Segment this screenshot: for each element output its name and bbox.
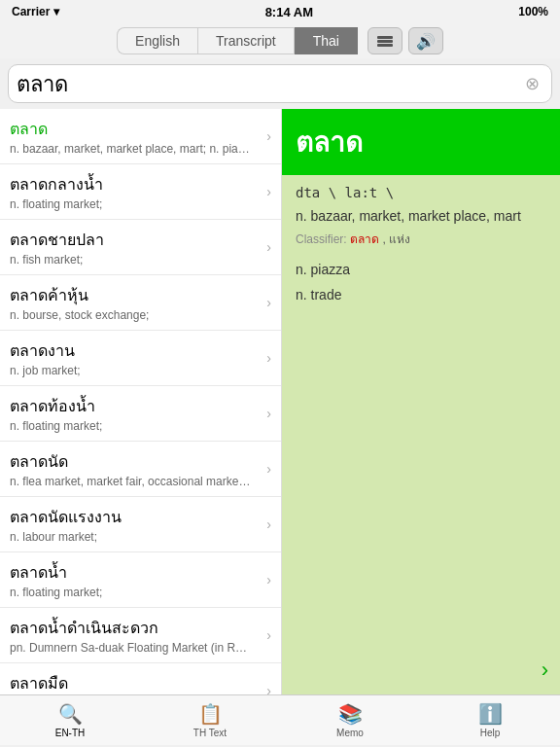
clear-search-button[interactable]: ⊗: [521, 69, 543, 98]
status-left: Carrier ▾: [12, 5, 59, 18]
detail-title: ตลาด: [282, 109, 560, 175]
speaker-icon: 🔊: [416, 32, 436, 51]
main-definition: n. bazaar, market, market place, mart: [296, 208, 546, 224]
main-content: ตลาดn. bazaar, market, market place, mar…: [0, 109, 560, 694]
chevron-right-icon: ›: [266, 295, 271, 310]
help-label: Help: [480, 728, 501, 738]
list-item[interactable]: ตลาดกลางน้ำn. floating market;›: [0, 164, 281, 220]
chevron-right-icon: ›: [266, 461, 271, 477]
classifier-extra: , แห่ง: [382, 232, 410, 246]
tab-english[interactable]: English: [117, 27, 197, 54]
classifier-label: Classifier:: [296, 232, 347, 246]
nav-item-th-text[interactable]: 📋TH Text: [140, 695, 280, 745]
status-right: 100%: [518, 5, 548, 18]
item-subtitle: n. floating market;: [10, 197, 253, 211]
item-title: ตลาดกลางน้ำ: [10, 172, 262, 196]
chevron-right-icon: ›: [266, 406, 271, 421]
item-title: ตลาด: [10, 117, 262, 141]
th-text-label: TH Text: [193, 728, 227, 738]
list-item[interactable]: ตลาดn. bazaar, market, market place, mar…: [0, 109, 281, 164]
item-title: ตลาดงาน: [10, 338, 262, 363]
list-item[interactable]: ตลาดท้องน้ำn. floating market;›: [0, 386, 281, 442]
list-item[interactable]: ตลาดนัดn. flea market, market fair, occa…: [0, 442, 281, 497]
item-title: ตลาดค้าหุ้น: [10, 283, 262, 307]
chevron-right-icon: ›: [266, 572, 271, 587]
svg-rect-2: [377, 44, 393, 47]
item-subtitle: n. job market;: [10, 364, 253, 377]
classifier-line: Classifier: ตลาด , แห่ง: [296, 230, 546, 248]
status-time: 8:14 AM: [265, 5, 313, 19]
chevron-right-icon: ›: [266, 350, 271, 366]
item-title: ตลาดนัด: [10, 449, 262, 474]
item-subtitle: n. labour market;: [10, 530, 253, 544]
carrier-text: Carrier: [12, 5, 50, 18]
en-th-icon: 🔍: [58, 702, 83, 726]
item-title: ตลาดมืด: [10, 671, 262, 694]
item-title: ตลาดท้องน้ำ: [10, 394, 262, 418]
item-subtitle: n. floating market;: [10, 419, 253, 433]
classifier-word: ตลาด: [350, 232, 379, 246]
pronunciation: dta \ la:t \: [296, 185, 546, 200]
en-th-label: EN-TH: [55, 728, 86, 738]
chevron-right-icon: ›: [266, 239, 271, 255]
nav-item-memo[interactable]: 📚Memo: [280, 695, 420, 745]
list-item[interactable]: ตลาดค้าหุ้นn. bourse, stock exchange;›: [0, 275, 281, 331]
item-subtitle: n. floating market;: [10, 586, 253, 599]
tab-transcript[interactable]: Transcript: [197, 27, 295, 54]
item-subtitle: n. fish market;: [10, 253, 253, 267]
next-arrow-button[interactable]: ›: [542, 658, 548, 683]
list-item[interactable]: ตลาดน้ำดำเนินสะดวกpn. Dumnern Sa-duak Fl…: [0, 608, 281, 663]
list-item[interactable]: ตลาดนัดแรงงานn. labour market;›: [0, 497, 281, 552]
wifi-icon: ▾: [53, 5, 59, 18]
search-bar: ⊗: [8, 64, 552, 103]
detail-panel: ตลาด dta \ la:t \ n. bazaar, market, mar…: [282, 109, 560, 694]
memo-label: Memo: [336, 728, 364, 738]
results-list: ตลาดn. bazaar, market, market place, mar…: [0, 109, 282, 694]
battery-text: 100%: [518, 5, 548, 18]
svg-rect-0: [377, 36, 393, 39]
memo-icon: 📚: [338, 702, 363, 726]
chevron-right-icon: ›: [266, 128, 271, 144]
nav-item-en-th[interactable]: 🔍EN-TH: [0, 695, 140, 745]
item-subtitle: n. flea market, market fair, occasional …: [10, 475, 253, 488]
language-tab-bar: English Transcript Thai 🔊: [0, 23, 560, 58]
list-item[interactable]: ตลาดมืดn. black market;›: [0, 663, 281, 694]
chevron-right-icon: ›: [266, 184, 271, 199]
bottom-navigation: 🔍EN-TH📋TH Text📚Memoℹ️Help: [0, 694, 560, 745]
tab-icon-group: 🔊: [368, 27, 443, 54]
th-text-icon: 📋: [198, 702, 223, 726]
list-item[interactable]: ตลาดชายปลาn. fish market;›: [0, 220, 281, 275]
list-item[interactable]: ตลาดงานn. job market;›: [0, 331, 281, 386]
nav-item-help[interactable]: ℹ️Help: [420, 695, 560, 745]
extra-def-1: n. trade: [296, 283, 546, 302]
search-input[interactable]: [17, 71, 521, 96]
detail-body: dta \ la:t \ n. bazaar, market, market p…: [282, 175, 560, 318]
item-title: ตลาดน้ำ: [10, 560, 262, 585]
item-subtitle: pn. Dumnern Sa-duak Floating Market (in …: [10, 641, 253, 655]
chevron-right-icon: ›: [266, 683, 271, 694]
extra-def-0: n. piazza: [296, 258, 546, 277]
chevron-right-icon: ›: [266, 516, 271, 532]
status-bar: Carrier ▾ 8:14 AM 100%: [0, 0, 560, 23]
item-title: ตลาดชายปลา: [10, 228, 262, 252]
item-title: ตลาดนัดแรงงาน: [10, 505, 262, 529]
item-title: ตลาดน้ำดำเนินสะดวก: [10, 616, 262, 640]
list-item[interactable]: ตลาดน้ำn. floating market;›: [0, 552, 281, 608]
item-subtitle: n. bourse, stock exchange;: [10, 308, 253, 322]
help-icon: ℹ️: [478, 702, 503, 726]
layers-icon-button[interactable]: [368, 27, 402, 54]
item-subtitle: n. bazaar, market, market place, mart; n…: [10, 142, 253, 156]
speaker-icon-button[interactable]: 🔊: [408, 27, 443, 54]
chevron-right-icon: ›: [266, 627, 271, 643]
tab-thai[interactable]: Thai: [295, 27, 358, 54]
svg-rect-1: [377, 40, 393, 43]
